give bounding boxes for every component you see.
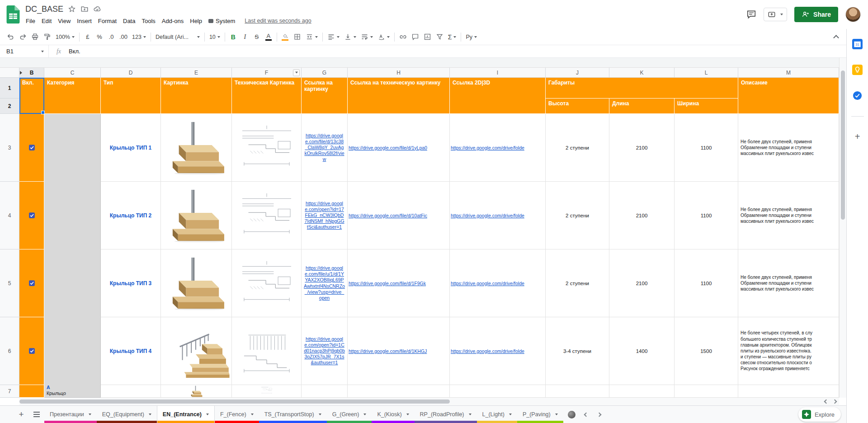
height-cell[interactable]: 3-4 ступени — [546, 317, 609, 385]
tab-paving[interactable]: P_(Paving) — [517, 406, 563, 423]
column-header-B[interactable]: B — [19, 68, 44, 78]
type-cell[interactable]: Крыльцо ТИП 1 — [101, 114, 161, 182]
insert-link-button[interactable] — [397, 31, 409, 43]
tabs-scroll-right-icon[interactable] — [597, 412, 601, 417]
merge-cells-button[interactable] — [303, 31, 320, 43]
tasks-icon[interactable] — [852, 90, 863, 101]
header-cell-tech-picture[interactable]: Техническая Картинка — [232, 78, 302, 114]
chevron-down-icon[interactable] — [363, 414, 366, 415]
functions-button[interactable]: Σ — [446, 31, 459, 43]
picture-link-cell[interactable]: https://drive.google.com/file/u/1/d/1YYA… — [302, 249, 348, 317]
height-cell[interactable]: 2 ступени — [546, 182, 609, 249]
porch-image[interactable] — [161, 317, 232, 385]
chevron-down-icon[interactable] — [251, 414, 254, 415]
checkbox-cell[interactable] — [19, 114, 44, 182]
type-cell[interactable]: Крыльцо ТИП 4 — [101, 317, 161, 385]
select-all-corner[interactable] — [0, 68, 19, 78]
column-header-C[interactable]: C — [44, 68, 101, 78]
checkbox-cell[interactable] — [19, 249, 44, 317]
tab-roadprofile[interactable]: RP_(RoadProfile) — [415, 406, 477, 423]
empty-cell[interactable] — [609, 385, 675, 398]
length-cell[interactable]: 2100 — [609, 114, 675, 182]
horizontal-scrollbar[interactable] — [19, 398, 839, 405]
length-cell[interactable]: 2100 — [609, 182, 675, 249]
menu-data[interactable]: Data — [120, 17, 138, 25]
tab-presentations[interactable]: Презентации — [44, 406, 97, 423]
checkbox-cell[interactable] — [19, 317, 44, 385]
description-cell[interactable]: Не более двух ступеней, применя Обрамлен… — [738, 249, 839, 317]
column-header-I[interactable]: I — [450, 68, 546, 78]
tech-drawing-image[interactable] — [232, 182, 302, 249]
insert-chart-button[interactable] — [421, 31, 434, 43]
text-rotation-button[interactable] — [375, 31, 392, 43]
checkbox-cell[interactable] — [19, 182, 44, 249]
description-cell[interactable]: Не более четырех ступеней, в слу большег… — [738, 317, 839, 385]
chevron-down-icon[interactable] — [509, 414, 512, 415]
width-cell[interactable]: 1100 — [675, 182, 738, 249]
type-cell[interactable]: Крыльцо ТИП 2 — [101, 182, 161, 249]
font-size-dropdown[interactable]: 10 — [207, 31, 222, 43]
column-header-M[interactable]: M — [738, 68, 839, 78]
filter-button[interactable] — [434, 31, 446, 43]
width-cell[interactable]: 1500 — [675, 317, 738, 385]
type-cell[interactable]: Крыльцо ТИП 3 — [101, 249, 161, 317]
all-sheets-button[interactable] — [29, 406, 44, 423]
scroll-right-icon[interactable] — [833, 400, 837, 404]
header-cell-length[interactable]: Длина — [609, 99, 675, 114]
hide-menus-button[interactable] — [830, 31, 842, 43]
row-header-2[interactable]: 2 — [0, 99, 19, 114]
chevron-down-icon[interactable] — [555, 414, 558, 415]
row-header-3[interactable]: 3 — [0, 114, 19, 182]
menu-insert[interactable]: Insert — [74, 17, 95, 25]
chevron-down-icon[interactable] — [89, 414, 91, 415]
print-button[interactable] — [29, 31, 41, 43]
number-format-dropdown[interactable]: 123 — [130, 31, 148, 43]
tab-entrance[interactable]: EN_(Entrance) — [157, 406, 215, 423]
width-cell[interactable]: 1100 — [675, 249, 738, 317]
chevron-down-icon[interactable] — [149, 414, 151, 415]
chevron-down-icon[interactable] — [406, 414, 409, 415]
picture-link-cell[interactable]: https://drive.google.com/open?id=17FEkG_… — [302, 182, 348, 249]
menu-tools[interactable]: Tools — [138, 17, 158, 25]
row-header-6[interactable]: 6 — [0, 317, 19, 385]
explore-button[interactable]: Explore — [798, 407, 841, 422]
text-wrap-button[interactable] — [359, 31, 375, 43]
horizontal-align-button[interactable] — [325, 31, 342, 43]
sheet-circle-icon[interactable] — [568, 411, 576, 418]
input-tools-button[interactable]: Ру — [463, 31, 479, 43]
empty-cell[interactable] — [675, 385, 738, 398]
calendar-icon[interactable] — [852, 39, 863, 49]
vertical-scrollbar-handle[interactable] — [841, 70, 845, 220]
tech-drawing-image[interactable] — [232, 114, 302, 182]
column-header-J[interactable]: J — [546, 68, 609, 78]
header-cell-width[interactable]: Ширина — [675, 99, 738, 114]
zoom-dropdown[interactable]: 100% — [53, 31, 77, 43]
formula-input[interactable]: Вкл. — [69, 48, 80, 55]
tech-drawing-image[interactable] — [232, 317, 302, 385]
empty-cell[interactable] — [302, 385, 348, 398]
column-header-K[interactable]: K — [609, 68, 675, 78]
menu-file[interactable]: File — [23, 17, 38, 25]
fill-color-button[interactable] — [279, 31, 291, 43]
chevron-down-icon[interactable] — [319, 414, 321, 415]
sheets-logo-icon[interactable] — [6, 5, 20, 24]
empty-cell[interactable] — [348, 385, 450, 398]
porch-image[interactable] — [161, 182, 232, 249]
column-header-H[interactable]: H — [348, 68, 450, 78]
column-header-E[interactable]: E — [161, 68, 232, 78]
empty-cell[interactable] — [546, 385, 609, 398]
decrease-decimal-button[interactable]: .0 — [105, 31, 117, 43]
increase-decimal-button[interactable]: .00 — [117, 31, 130, 43]
column-header-F[interactable]: F — [232, 68, 302, 78]
tech-link-cell[interactable]: https://drive.google.com/file/d/1F9Gk — [348, 249, 450, 317]
menu-edit[interactable]: Edit — [38, 17, 55, 25]
description-cell[interactable]: Не более двух ступеней, применя Обрамлен… — [738, 182, 839, 249]
length-cell[interactable]: 1400 — [609, 317, 675, 385]
add-addon-icon[interactable]: + — [855, 132, 860, 141]
empty-cell[interactable] — [450, 385, 546, 398]
tab-kiosk[interactable]: K_(Kiosk) — [372, 406, 414, 423]
picture-link-cell[interactable]: https://drive.google.com/open?id=1Cd01na… — [302, 317, 348, 385]
undo-button[interactable] — [5, 31, 17, 43]
move-to-folder-icon[interactable] — [80, 5, 89, 13]
width-cell[interactable]: 1100 — [675, 114, 738, 182]
